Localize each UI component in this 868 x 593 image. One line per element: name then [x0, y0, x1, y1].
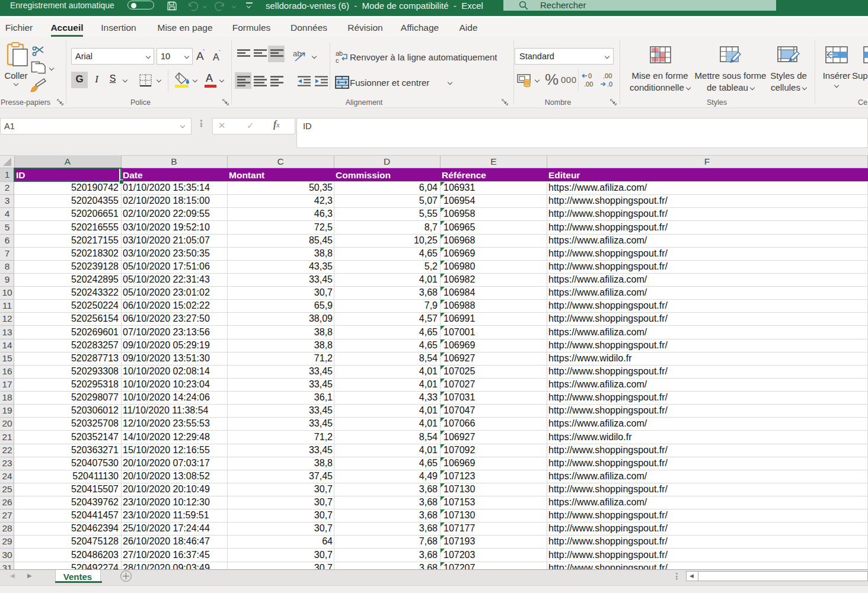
svg-text:0: 0 — [588, 72, 592, 79]
svg-text:.00: .00 — [603, 72, 612, 79]
svg-text:ab: ab — [336, 50, 343, 57]
svg-text:.00: .00 — [584, 81, 593, 88]
svg-text:c: c — [336, 57, 339, 64]
svg-text:.0: .0 — [607, 81, 612, 88]
